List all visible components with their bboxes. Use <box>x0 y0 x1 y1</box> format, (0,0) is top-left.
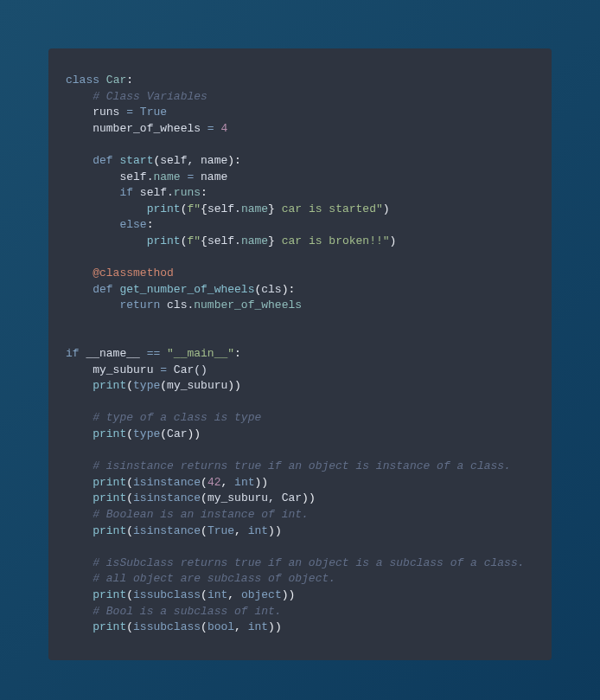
comment: # type of a class is type <box>93 411 261 424</box>
paren: ) <box>390 234 397 247</box>
fn-name: get_number_of_wheels <box>113 283 255 296</box>
arg: my_suburu <box>167 379 227 392</box>
prop: name <box>153 170 180 183</box>
brace: } <box>268 202 275 215</box>
op: = <box>181 170 195 183</box>
fn-name: start <box>113 154 154 167</box>
var: runs <box>93 106 126 119</box>
print: print <box>93 588 126 601</box>
print: print <box>93 620 126 633</box>
brace: { <box>201 234 207 247</box>
print: print <box>93 379 126 392</box>
paren: ) <box>383 202 390 215</box>
paren: )) <box>302 491 316 504</box>
kw-if: if <box>66 347 80 360</box>
paren: ( <box>201 476 207 489</box>
paren: )) <box>255 476 269 489</box>
comment: # isSubclass returns true if an object i… <box>93 556 524 569</box>
colon: : <box>147 218 154 231</box>
colon: : <box>201 186 207 199</box>
comma: , <box>227 588 241 601</box>
paren: ( <box>126 588 133 601</box>
self: self. <box>207 202 241 215</box>
type: type <box>133 379 160 392</box>
op: == <box>147 347 161 360</box>
comment: # Boolean is an instance of int. <box>93 508 309 521</box>
bool: bool <box>207 620 234 633</box>
prop: number_of_wheels <box>194 299 302 311</box>
paren: )) <box>268 620 282 633</box>
issubclass: issubclass <box>133 588 201 601</box>
bool: True <box>133 106 167 119</box>
int: int <box>248 620 268 633</box>
comma: , <box>234 524 248 537</box>
prop: runs <box>174 186 201 199</box>
print: print <box>147 202 181 215</box>
int: int <box>248 524 268 537</box>
paren: )) <box>282 588 296 601</box>
arg: Car <box>167 427 187 440</box>
num: 42 <box>207 476 221 489</box>
print: print <box>93 476 126 489</box>
dunder: __name__ <box>80 347 147 360</box>
paren: ( <box>126 620 133 633</box>
comment: # Bool is a subclass of int. <box>93 605 281 618</box>
prop: name <box>241 234 268 247</box>
code-content: class Car: # Class Variables runs = True… <box>66 73 534 636</box>
paren: ( <box>126 476 133 489</box>
paren: ( <box>126 379 133 392</box>
print: print <box>147 234 181 247</box>
int: int <box>207 588 227 601</box>
args: my_suburu, Car <box>207 491 302 504</box>
fstr: f" <box>187 202 201 215</box>
fstr: f" <box>187 234 201 247</box>
paren: ( <box>160 427 167 440</box>
call: Car() <box>167 363 207 376</box>
kw-class: class <box>66 74 99 87</box>
issubclass: issubclass <box>133 620 201 633</box>
kw-else: else <box>119 218 146 231</box>
paren: ( <box>201 491 207 504</box>
int: int <box>234 476 254 489</box>
kw-if: if <box>119 186 133 199</box>
paren: )) <box>227 379 241 392</box>
paren: ( <box>126 491 133 504</box>
class-name: Car <box>106 74 126 87</box>
paren: ( <box>201 524 207 537</box>
self: self. <box>133 186 174 199</box>
str: car is broken!!" <box>275 234 390 247</box>
print: print <box>93 427 126 440</box>
decorator: @classmethod <box>93 267 174 279</box>
paren: ( <box>201 620 207 633</box>
comment: # isinstance returns true if an object i… <box>93 459 511 472</box>
brace: } <box>268 234 275 247</box>
isinstance: isinstance <box>133 491 201 504</box>
type: type <box>133 427 160 440</box>
cls: cls. <box>160 299 194 311</box>
var: my_suburu <box>93 363 160 376</box>
str: "__main__" <box>160 347 234 360</box>
comment: # Class Variables <box>93 90 207 103</box>
comment: # all object are subclass of object. <box>93 572 335 585</box>
self: self. <box>207 234 241 247</box>
colon: : <box>234 347 241 360</box>
colon: : <box>126 74 133 87</box>
kw-def: def <box>93 283 112 296</box>
brace: { <box>201 202 207 215</box>
paren: ): <box>227 154 241 167</box>
comma: , <box>234 620 248 633</box>
paren: )) <box>187 427 201 440</box>
params: self, name <box>160 154 227 167</box>
isinstance: isinstance <box>133 476 201 489</box>
op: = <box>126 106 133 119</box>
print: print <box>93 491 126 504</box>
object: object <box>241 588 282 601</box>
paren: ( <box>126 524 133 537</box>
val: name <box>194 170 227 183</box>
print: print <box>93 524 126 537</box>
var: number_of_wheels <box>93 122 207 135</box>
num: 4 <box>214 122 228 135</box>
paren: ): <box>282 283 296 296</box>
paren: ( <box>160 379 167 392</box>
paren: )) <box>268 524 282 537</box>
